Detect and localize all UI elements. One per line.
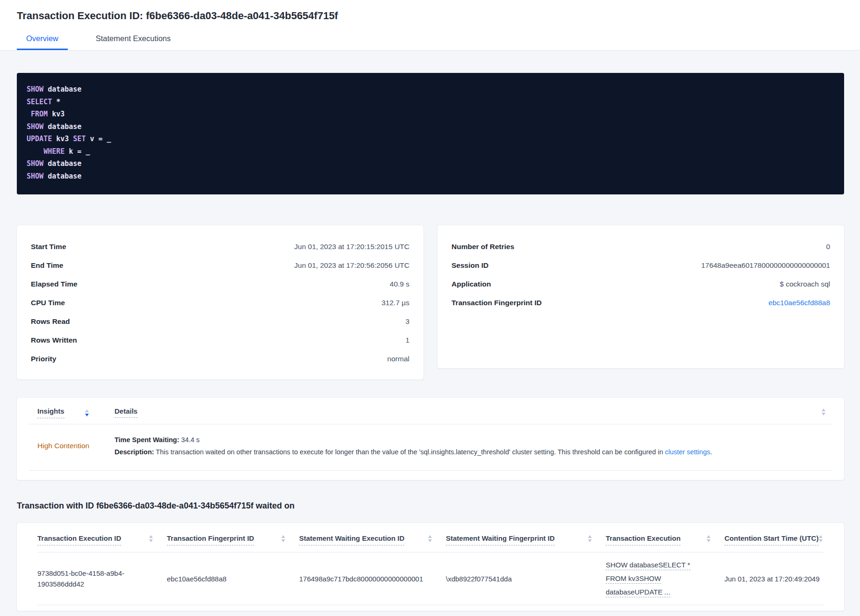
page-content: SHOW databaseSELECT * FROM kv3SHOW datab…: [0, 73, 860, 611]
cell-contention-start-time: Jun 01, 2023 at 17:20:49:2049: [724, 573, 824, 584]
stat-row-application: Application $ cockroach sql: [452, 275, 830, 294]
stat-label: Rows Read: [31, 317, 70, 326]
stat-value: Jun 01, 2023 at 17:20:15:2015 UTC: [294, 242, 409, 251]
stat-value: 1: [405, 336, 409, 345]
details-column-header: Details: [115, 407, 137, 415]
cell-statement-waiting-execution-id: 176498a9c717bdc80000000000000001: [299, 573, 446, 584]
execution-details-card: Start Time Jun 01, 2023 at 17:20:15:2015…: [17, 225, 423, 380]
stat-value: 312.7 µs: [381, 298, 409, 308]
insight-details: Time Spent Waiting: 34.4 s Description: …: [115, 434, 832, 458]
cluster-settings-link[interactable]: cluster settings: [665, 448, 710, 456]
sort-icon[interactable]: [281, 535, 285, 542]
cell-transaction-execution-link[interactable]: SHOW databaseSELECT * FROM kv3SHOW datab…: [606, 560, 724, 597]
stat-label: Transaction Fingerprint ID: [452, 298, 542, 308]
sort-icon[interactable]: [85, 409, 89, 416]
time-spent-waiting-value: 34.4 s: [179, 436, 200, 444]
stat-label: Start Time: [31, 242, 66, 251]
stat-label: Application: [452, 279, 491, 289]
stat-label: Number of Retries: [452, 242, 514, 251]
stat-row-start-time: Start Time Jun 01, 2023 at 17:20:15:2015…: [31, 237, 409, 256]
stat-label: Session ID: [452, 261, 488, 270]
stat-label: CPU Time: [31, 298, 65, 308]
transaction-fingerprint-link[interactable]: ebc10ae56cfd88a8: [768, 298, 830, 308]
stat-label: Priority: [31, 354, 56, 364]
time-spent-waiting-label: Time Spent Waiting:: [115, 436, 179, 444]
description-text: This transaction waited on other transac…: [154, 448, 665, 456]
insight-row: High Contention Time Spent Waiting: 34.4…: [29, 424, 832, 471]
column-header-transaction-execution-id[interactable]: Transaction Execution ID: [37, 534, 167, 545]
column-header-statement-waiting-execution-id[interactable]: Statement Waiting Execution ID: [299, 534, 446, 545]
stat-label: End Time: [31, 261, 63, 270]
stat-value: $ cockroach sql: [780, 279, 830, 289]
stat-row-transaction-fingerprint-id: Transaction Fingerprint ID ebc10ae56cfd8…: [452, 294, 830, 312]
stat-value: 40.9 s: [390, 279, 409, 289]
transaction-execution-line[interactable]: databaseUPDATE ...: [606, 587, 670, 597]
stat-value: Jun 01, 2023 at 17:20:56:2056 UTC: [294, 261, 409, 270]
stat-label: Elapsed Time: [31, 279, 78, 289]
transaction-sql-statements: SHOW databaseSELECT * FROM kv3SHOW datab…: [17, 73, 844, 194]
tab-overview[interactable]: Overview: [17, 34, 68, 50]
description-label: Description:: [115, 448, 154, 456]
transaction-execution-line[interactable]: SHOW databaseSELECT *: [606, 560, 690, 570]
page-title: Transaction Execution ID: f6be6366-da03-…: [17, 10, 843, 21]
sort-icon[interactable]: [149, 535, 153, 542]
stat-value: 3: [405, 317, 409, 326]
tab-bar: Overview Statement Executions: [17, 34, 843, 50]
stat-row-elapsed-time: Elapsed Time 40.9 s: [31, 275, 409, 294]
insights-column-header[interactable]: Insights: [29, 407, 115, 418]
summary-cards-row: Start Time Jun 01, 2023 at 17:20:15:2015…: [17, 225, 844, 380]
column-header-contention-start-time[interactable]: Contention Start Time (UTC): [724, 534, 824, 545]
transaction-details-page: Transaction Execution ID: f6be6366-da03-…: [0, 0, 860, 616]
tab-statement-executions[interactable]: Statement Executions: [86, 34, 180, 50]
stat-value: 17648a9eea6017800000000000000001: [701, 261, 830, 270]
sort-icon[interactable]: [819, 535, 823, 542]
column-header-transaction-fingerprint-id[interactable]: Transaction Fingerprint ID: [167, 534, 299, 545]
description-suffix: .: [710, 448, 712, 456]
description-line: Description: This transaction waited on …: [115, 446, 832, 458]
stat-row-priority: Priority normal: [31, 350, 409, 368]
transaction-execution-line[interactable]: FROM kv3SHOW: [606, 573, 661, 584]
sort-icon[interactable]: [428, 535, 432, 542]
cell-transaction-execution-id: 9738d051-bc0e-4158-a9b4-1903586ddd42: [37, 568, 167, 589]
time-spent-waiting-line: Time Spent Waiting: 34.4 s: [115, 434, 832, 446]
column-header-statement-waiting-fingerprint-id[interactable]: Statement Waiting Fingerprint ID: [446, 534, 606, 545]
stat-row-end-time: End Time Jun 01, 2023 at 17:20:56:2056 U…: [31, 256, 409, 275]
stat-value: normal: [387, 354, 409, 364]
stat-row-rows-read: Rows Read 3: [31, 312, 409, 331]
stat-value: 0: [826, 242, 830, 251]
waited-on-table-header: Transaction Execution ID Transaction Fin…: [37, 523, 824, 552]
insights-table-header: Insights Details: [29, 398, 832, 424]
waited-on-table-row: 9738d051-bc0e-4158-a9b4-1903586ddd42 ebc…: [37, 552, 824, 605]
stat-row-session-id: Session ID 17648a9eea6017800000000000000…: [452, 256, 830, 275]
waited-on-heading: Transaction with ID f6be6366-da03-48de-a…: [17, 501, 844, 511]
stat-label: Rows Written: [31, 336, 77, 345]
sort-icon[interactable]: [822, 408, 825, 415]
sort-icon[interactable]: [707, 535, 710, 542]
cell-transaction-fingerprint-id: ebc10ae56cfd88a8: [167, 573, 299, 584]
stat-row-cpu-time: CPU Time 312.7 µs: [31, 294, 409, 312]
sort-icon[interactable]: [588, 535, 592, 542]
insight-type-badge: High Contention: [29, 442, 115, 450]
stat-row-number-of-retries: Number of Retries 0: [452, 237, 830, 256]
column-header-transaction-execution[interactable]: Transaction Execution: [606, 534, 724, 545]
page-header: Transaction Execution ID: f6be6366-da03-…: [0, 0, 860, 50]
insights-table-card: Insights Details High Contention Time Sp…: [17, 398, 844, 480]
stat-row-rows-written: Rows Written 1: [31, 331, 409, 350]
waited-on-table-card: Transaction Execution ID Transaction Fin…: [17, 523, 844, 611]
insights-column-label[interactable]: Insights: [37, 407, 64, 418]
details-column-label[interactable]: Details: [115, 407, 137, 418]
session-details-card: Number of Retries 0 Session ID 17648a9ee…: [437, 225, 844, 368]
cell-statement-waiting-fingerprint-id: \xdb8922f077541dda: [446, 573, 606, 584]
